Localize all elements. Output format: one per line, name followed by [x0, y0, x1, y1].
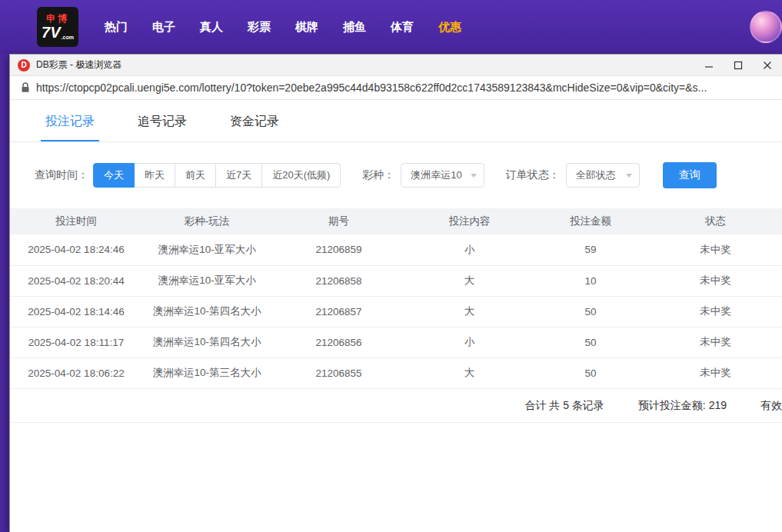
nav-item-热门[interactable]: 热门 — [105, 20, 128, 35]
nav-item-捕鱼[interactable]: 捕鱼 — [343, 20, 366, 35]
time-filter-button[interactable]: 近20天(低频) — [261, 163, 341, 188]
table-cell: 2025-04-02 18:20:44 — [10, 265, 142, 296]
nav-item-真人[interactable]: 真人 — [200, 20, 223, 35]
table-cell: 21206857 — [271, 296, 406, 327]
summary-bar: 合计 共 5 条记录 预计投注金额: 219 有效投注 — [10, 389, 782, 423]
table-cell: 21206855 — [271, 357, 406, 388]
order-status-select-value: 全部状态 — [576, 168, 616, 182]
table-cell: 50 — [533, 296, 648, 327]
logo-text-7v: 7V.com — [42, 25, 74, 40]
site-logo[interactable]: 申博 7V.com — [37, 7, 78, 47]
browser-window: D DB彩票 - 极速浏览器 https://ctopcp02pcali.uen… — [9, 54, 782, 532]
nav-item-棋牌[interactable]: 棋牌 — [295, 20, 318, 35]
url-text[interactable]: https://ctopcp02pcali.uengi5e.com/lotter… — [36, 81, 707, 94]
logo-text-cn: 申博 — [46, 14, 69, 23]
table-cell: 21206858 — [271, 265, 406, 296]
column-header: 期号 — [271, 208, 406, 234]
table-row: 2025-04-02 18:06:22澳洲幸运10-第三名大小21206855大… — [10, 357, 782, 388]
column-header: 投注内容 — [406, 208, 533, 234]
table-row: 2025-04-02 18:14:46澳洲幸运10-第四名大小21206857大… — [10, 296, 782, 327]
table-cell: 大 — [406, 357, 533, 388]
close-button[interactable] — [753, 55, 782, 75]
lottery-select-value: 澳洲幸运10 — [411, 168, 461, 182]
table-cell: 59 — [533, 234, 648, 265]
tab-bar: 投注记录追号记录资金记录 — [10, 101, 782, 142]
column-header: 投注时间 — [10, 208, 142, 234]
table-cell: 2025-04-02 18:24:46 — [10, 234, 142, 265]
table-cell: 大 — [406, 265, 533, 296]
close-icon — [763, 61, 772, 70]
page-content: 投注记录追号记录资金记录 查询时间： 今天昨天前天近7天近20天(低频) 彩种：… — [10, 101, 782, 423]
main-nav: 热门电子真人彩票棋牌捕鱼体育优惠 — [105, 20, 461, 35]
table-cell: 小 — [406, 327, 533, 357]
chevron-down-icon — [626, 174, 632, 178]
table-row: 2025-04-02 18:24:46澳洲幸运10-亚军大小21206859小5… — [10, 234, 782, 265]
search-button[interactable]: 查询 — [663, 162, 717, 188]
table-header-row: 投注时间彩种-玩法期号投注内容投注金额状态 — [10, 208, 782, 234]
table-cell: 未中奖 — [648, 265, 782, 296]
lottery-select[interactable]: 澳洲幸运10 — [401, 163, 484, 188]
column-header: 投注金额 — [533, 208, 648, 234]
time-filter-button[interactable]: 近7天 — [215, 163, 262, 188]
column-header: 彩种-玩法 — [142, 208, 271, 234]
table-cell: 澳洲幸运10-第三名大小 — [142, 357, 271, 388]
table-cell: 2025-04-02 18:11:17 — [10, 327, 142, 357]
window-controls — [694, 55, 782, 75]
table-cell: 2025-04-02 18:06:22 — [10, 357, 142, 388]
order-status-label: 订单状态： — [506, 168, 560, 182]
table-cell: 澳洲幸运10-第四名大小 — [142, 296, 271, 327]
tab-投注记录[interactable]: 投注记录 — [41, 101, 99, 141]
time-filter-group: 今天昨天前天近7天近20天(低频) — [93, 163, 341, 188]
table-cell: 未中奖 — [648, 357, 782, 388]
nav-item-彩票[interactable]: 彩票 — [248, 20, 271, 35]
table-cell: 21206859 — [271, 234, 406, 265]
table-cell: 50 — [533, 357, 648, 388]
table-cell: 10 — [533, 265, 648, 296]
nav-item-优惠[interactable]: 优惠 — [438, 20, 461, 35]
table-cell: 未中奖 — [648, 234, 782, 265]
url-bar[interactable]: https://ctopcp02pcali.uengi5e.com/lotter… — [10, 76, 782, 100]
nav-item-体育[interactable]: 体育 — [391, 20, 414, 35]
maximize-button[interactable] — [724, 55, 753, 75]
table-cell: 小 — [406, 234, 533, 265]
chevron-down-icon — [471, 174, 477, 178]
avatar[interactable] — [750, 11, 782, 43]
time-filter-label: 查询时间： — [35, 168, 88, 182]
time-filter-button[interactable]: 今天 — [93, 163, 135, 188]
table-cell: 未中奖 — [648, 296, 782, 327]
summary-expected-amount: 预计投注金额: 219 — [638, 399, 727, 413]
table-cell: 大 — [406, 296, 533, 327]
site-topbar: 申博 7V.com 热门电子真人彩票棋牌捕鱼体育优惠 — [0, 0, 782, 54]
lock-icon — [21, 82, 30, 93]
time-filter-button[interactable]: 前天 — [175, 163, 216, 188]
table-cell: 澳洲幸运10-第四名大小 — [142, 327, 271, 357]
table-cell: 21206856 — [271, 327, 406, 357]
table-cell: 澳洲幸运10-亚军大小 — [142, 265, 271, 296]
order-status-select[interactable]: 全部状态 — [566, 163, 640, 188]
table-cell: 2025-04-02 18:14:46 — [10, 296, 142, 327]
table-cell: 澳洲幸运10-亚军大小 — [142, 234, 271, 265]
window-title: DB彩票 - 极速浏览器 — [36, 58, 121, 71]
table-body: 2025-04-02 18:24:46澳洲幸运10-亚军大小21206859小5… — [10, 234, 782, 388]
maximize-icon — [734, 61, 743, 70]
filter-bar: 查询时间： 今天昨天前天近7天近20天(低频) 彩种： 澳洲幸运10 订单状态：… — [10, 162, 782, 188]
window-titlebar[interactable]: D DB彩票 - 极速浏览器 — [10, 55, 782, 76]
nav-item-电子[interactable]: 电子 — [152, 20, 175, 35]
table-cell: 未中奖 — [648, 327, 782, 357]
table-row: 2025-04-02 18:20:44澳洲幸运10-亚军大小21206858大1… — [10, 265, 782, 296]
table-row: 2025-04-02 18:11:17澳洲幸运10-第四名大小21206856小… — [10, 327, 782, 357]
tab-追号记录[interactable]: 追号记录 — [133, 101, 191, 141]
records-table: 投注时间彩种-玩法期号投注内容投注金额状态 2025-04-02 18:24:4… — [10, 208, 782, 389]
screen: 申博 7V.com 热门电子真人彩票棋牌捕鱼体育优惠 D DB彩票 - 极速浏览… — [0, 0, 782, 532]
time-filter-button[interactable]: 昨天 — [134, 163, 175, 188]
tab-资金记录[interactable]: 资金记录 — [225, 101, 284, 141]
column-header: 状态 — [648, 208, 782, 234]
app-icon: D — [18, 59, 30, 71]
summary-valid-amount: 有效投注 — [760, 399, 782, 413]
lottery-label: 彩种： — [362, 168, 394, 182]
minimize-icon — [704, 61, 714, 70]
summary-total: 合计 共 5 条记录 — [524, 399, 604, 413]
table-cell: 50 — [533, 327, 648, 357]
minimize-button[interactable] — [694, 55, 724, 75]
